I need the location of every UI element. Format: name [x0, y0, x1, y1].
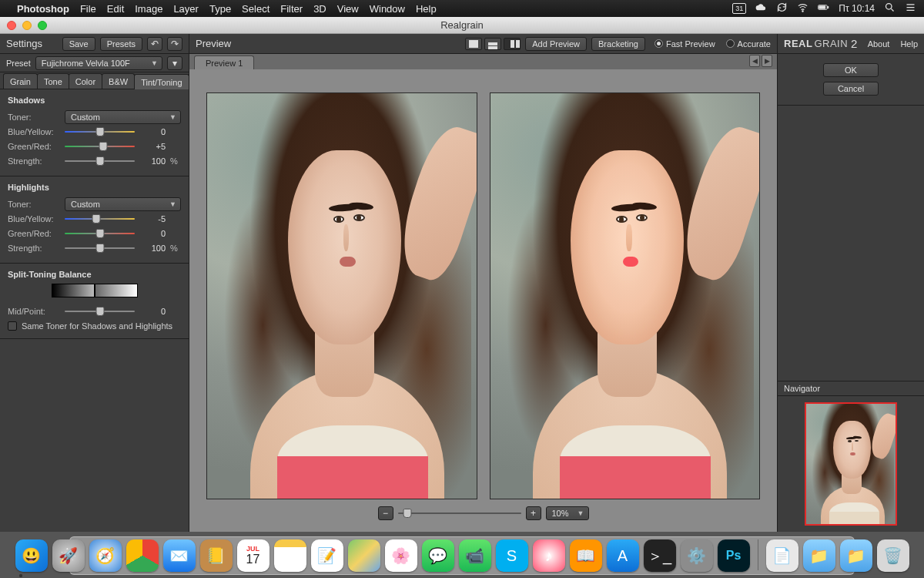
split-title: Split-Toning Balance [8, 270, 181, 279]
accurate-radio[interactable]: Accurate [726, 39, 771, 49]
shadows-toner-dropdown[interactable]: Custom▼ [65, 110, 181, 124]
zoom-in-button[interactable]: + [526, 506, 541, 520]
dock-reminders[interactable]: 📝 [311, 539, 343, 572]
dock-launchpad[interactable]: 🚀 [52, 539, 85, 572]
settings-tabs: Grain Tone Color B&W Tint/Toning [0, 72, 189, 89]
zoom-bar: − + 10%▼ [206, 504, 760, 523]
menu-type[interactable]: Type [209, 3, 231, 15]
layout-stack-icon[interactable] [484, 38, 501, 50]
tab-bw[interactable]: B&W [102, 73, 135, 89]
shadows-gr-slider[interactable] [65, 141, 135, 152]
split-mid-value: 0 [139, 307, 166, 316]
undo-button[interactable]: ↶ [147, 37, 162, 51]
dock-notes[interactable] [274, 539, 306, 572]
menu-help[interactable]: Help [416, 3, 437, 15]
same-toner-checkbox[interactable]: Same Toner for Shadows and Highlights [8, 321, 181, 331]
cancel-button[interactable]: Cancel [823, 82, 879, 96]
dock-facetime[interactable]: 📹 [459, 539, 491, 572]
dock-maps[interactable] [348, 539, 380, 572]
tray-calendar-icon[interactable]: 31 [732, 3, 746, 14]
tab-tone[interactable]: Tone [37, 73, 69, 89]
dock-ibooks[interactable]: 📖 [570, 539, 602, 572]
dock-contacts[interactable]: 📒 [200, 539, 233, 572]
tray-clock[interactable]: Πτ 10:14 [839, 3, 875, 14]
dock-photoshop[interactable]: Ps [718, 539, 750, 572]
menu-file[interactable]: File [80, 3, 96, 15]
dock-recent-doc[interactable]: 📄 [766, 539, 798, 572]
preset-menu-button[interactable]: ▾ [167, 56, 182, 70]
highlights-str-slider[interactable] [65, 243, 135, 254]
layout-split-icon[interactable] [504, 38, 521, 50]
preview-tab-1[interactable]: Preview 1 [194, 55, 254, 69]
shadows-toner-label: Toner: [8, 113, 60, 122]
bracketing-button[interactable]: Bracketing [591, 37, 645, 51]
shadow-toner-swatch[interactable] [52, 284, 95, 297]
tab-grain[interactable]: Grain [3, 73, 38, 89]
tray-cloud-icon[interactable] [755, 2, 767, 15]
dock-terminal[interactable]: ＞_ [644, 539, 676, 572]
save-button[interactable]: Save [62, 37, 95, 51]
highlights-toner-dropdown[interactable]: Custom▼ [65, 197, 181, 211]
plugin-window: Realgrain Settings Save Presets ↶ ↷ Pres… [0, 17, 924, 532]
about-link[interactable]: About [868, 39, 890, 49]
preview-tab-next[interactable]: ▶ [762, 55, 772, 67]
tray-wifi-icon[interactable] [797, 2, 808, 15]
dock-messages[interactable]: 💬 [422, 539, 454, 572]
dock-photos[interactable]: 🌸 [385, 539, 417, 572]
tray-battery-icon[interactable] [818, 2, 829, 15]
navigator-title: Navigator [778, 381, 924, 396]
dock-skype[interactable]: S [496, 539, 528, 572]
tray-sync-icon[interactable] [776, 2, 788, 15]
tray-notifications-icon[interactable] [905, 2, 916, 15]
ok-button[interactable]: OK [823, 63, 879, 77]
menu-edit[interactable]: Edit [107, 3, 124, 15]
shadows-str-slider[interactable] [65, 156, 135, 166]
preset-label: Preset [6, 59, 31, 68]
dock-safari[interactable]: 🧭 [89, 539, 122, 572]
highlight-toner-swatch[interactable] [95, 284, 138, 297]
tab-tint-toning[interactable]: Tint/Toning [134, 74, 189, 89]
dock-folder-2[interactable]: 📁 [840, 539, 872, 572]
dock-calendar[interactable]: JUL17 [237, 539, 270, 572]
fast-preview-radio[interactable]: Fast Preview [654, 39, 715, 49]
shadows-by-value: 0 [139, 127, 166, 136]
preview-image-before[interactable] [206, 92, 477, 499]
preview-tab-prev[interactable]: ◀ [749, 55, 760, 67]
tray-spotlight-icon[interactable] [884, 2, 896, 15]
dock-finder[interactable]: 😃 [15, 539, 48, 572]
highlights-gr-slider[interactable] [65, 228, 135, 239]
dock-itunes[interactable]: ♪ [533, 539, 565, 572]
help-link[interactable]: Help [900, 39, 918, 49]
redo-button[interactable]: ↷ [167, 37, 182, 51]
dock-appstore[interactable]: A [607, 539, 639, 572]
tab-color[interactable]: Color [69, 73, 102, 89]
menu-filter[interactable]: Filter [280, 3, 303, 15]
presets-button[interactable]: Presets [100, 37, 142, 51]
menu-select[interactable]: Select [242, 3, 270, 15]
app-name[interactable]: Photoshop [17, 3, 69, 15]
menu-layer[interactable]: Layer [173, 3, 199, 15]
menu-image[interactable]: Image [135, 3, 162, 15]
menu-view[interactable]: View [337, 3, 359, 15]
preview-image-after[interactable] [490, 92, 761, 499]
dock-chrome[interactable] [126, 539, 159, 572]
navigator-thumbnail[interactable] [805, 402, 897, 526]
dock-folder-1[interactable]: 📁 [803, 539, 835, 572]
zoom-out-button[interactable]: − [378, 506, 393, 520]
chevron-down-icon: ▼ [578, 509, 584, 517]
menu-3d[interactable]: 3D [313, 3, 326, 15]
svg-rect-3 [819, 6, 825, 8]
dock-mail[interactable]: ✉️ [163, 539, 196, 572]
shadows-by-slider[interactable] [65, 126, 135, 137]
dock-system-preferences[interactable]: ⚙️ [681, 539, 713, 572]
split-mid-slider[interactable] [65, 306, 135, 317]
highlights-by-slider[interactable] [65, 213, 135, 224]
zoom-slider[interactable] [398, 508, 521, 519]
preset-dropdown[interactable]: Fujichrome Velvla 100F▼ [35, 56, 162, 70]
dock-trash[interactable]: 🗑️ [877, 539, 909, 572]
layout-single-icon[interactable] [465, 38, 482, 50]
menu-window[interactable]: Window [370, 3, 405, 15]
zoom-dropdown[interactable]: 10%▼ [546, 506, 589, 520]
add-preview-button[interactable]: Add Preview [525, 37, 587, 51]
highlights-gr-value: 0 [139, 229, 166, 238]
